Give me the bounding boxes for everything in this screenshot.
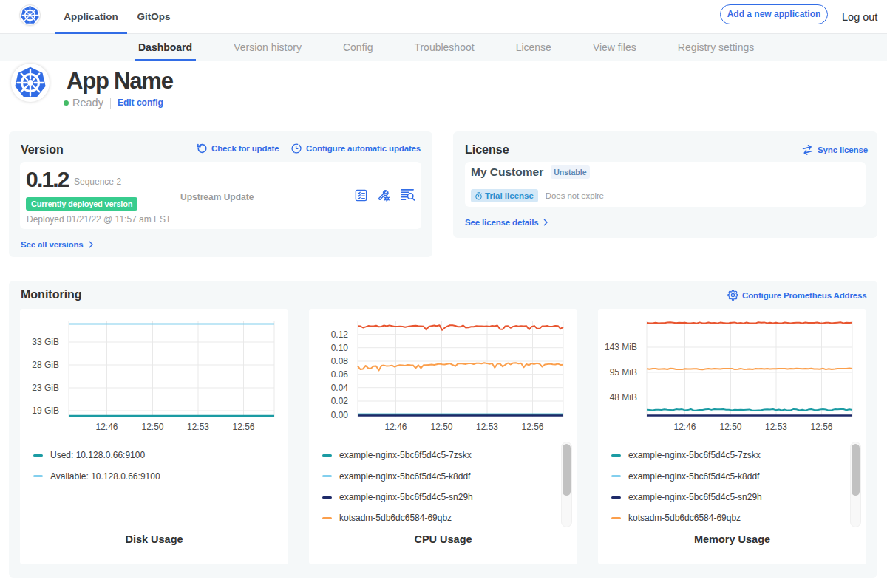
svg-text:143 MiB: 143 MiB	[605, 342, 637, 352]
svg-text:33 GiB: 33 GiB	[32, 337, 59, 347]
svg-text:28 GiB: 28 GiB	[32, 360, 59, 370]
svg-text:12:46: 12:46	[95, 422, 118, 432]
svg-text:12:46: 12:46	[673, 422, 696, 432]
svg-text:12:53: 12:53	[476, 422, 498, 432]
svg-text:23 GiB: 23 GiB	[32, 383, 59, 393]
svg-text:12:46: 12:46	[384, 422, 407, 432]
svg-text:0.08: 0.08	[331, 356, 349, 366]
svg-text:0.02: 0.02	[331, 396, 349, 406]
svg-text:12:56: 12:56	[232, 422, 254, 432]
svg-text:12:50: 12:50	[430, 422, 452, 432]
svg-text:19 GiB: 19 GiB	[32, 406, 59, 416]
svg-text:0.04: 0.04	[331, 383, 349, 393]
svg-text:12:50: 12:50	[141, 422, 163, 432]
svg-text:12:56: 12:56	[521, 422, 543, 432]
svg-text:12:53: 12:53	[187, 422, 209, 432]
svg-text:12:56: 12:56	[810, 422, 832, 432]
svg-text:0.12: 0.12	[331, 329, 349, 340]
svg-text:12:50: 12:50	[719, 422, 741, 432]
svg-text:0.00: 0.00	[331, 410, 349, 420]
svg-text:48 MiB: 48 MiB	[610, 392, 637, 403]
svg-text:12:53: 12:53	[765, 422, 787, 432]
svg-text:0.06: 0.06	[331, 369, 349, 380]
svg-text:95 MiB: 95 MiB	[610, 367, 637, 377]
svg-text:0.10: 0.10	[331, 343, 349, 353]
